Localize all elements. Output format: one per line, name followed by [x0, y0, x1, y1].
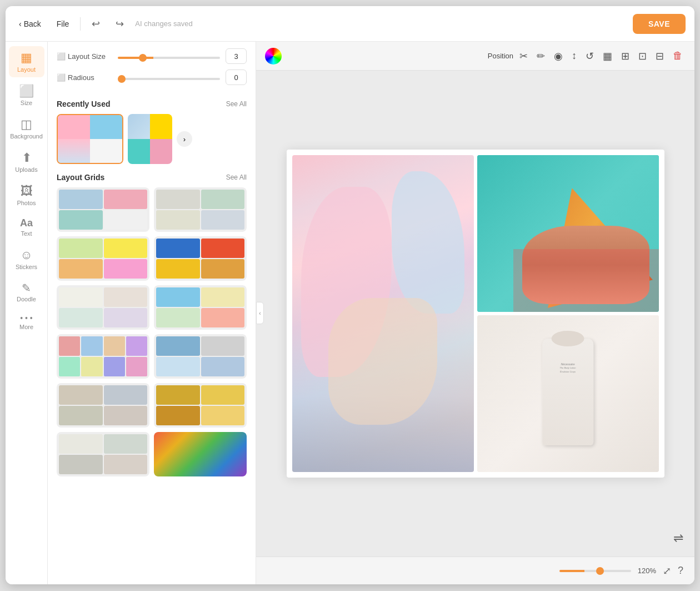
flip-tool-button[interactable]: ↕ — [569, 47, 579, 64]
grid-tool-button[interactable]: ▦ — [600, 47, 615, 65]
undo-button[interactable]: ↩ — [87, 14, 104, 33]
sidebar-item-photos[interactable]: 🖼 Photos — [9, 180, 44, 211]
header-divider — [80, 17, 81, 31]
sidebar-item-background[interactable]: ◫ Background — [9, 113, 44, 144]
size-icon: ⬜ — [19, 84, 34, 98]
shuffle-button[interactable]: ⇌ — [673, 531, 683, 545]
sidebar-item-more[interactable]: • • • More — [9, 309, 44, 335]
filter-tool-button[interactable]: ◉ — [551, 47, 566, 65]
layout-grid-thumb-12[interactable] — [154, 432, 247, 476]
recently-used-next-arrow[interactable]: › — [177, 131, 192, 147]
color-wheel-button[interactable] — [265, 48, 282, 64]
top-toolbar-right: Position ✂ ✏ ◉ ↕ ↺ ▦ ⊞ ⊡ ⊟ 🗑 — [488, 47, 686, 65]
canvas-frame: NécessaireThe Body LotionÉmulsion Corps — [287, 150, 664, 478]
fullscreen-button[interactable]: ⤢ — [663, 565, 671, 577]
header-left: ‹ Back File ↩ ↪ AI changes saved — [14, 14, 193, 33]
thumb-cell — [128, 139, 150, 164]
radious-slider-container — [118, 72, 220, 82]
layer-tool-button[interactable]: ⊡ — [636, 47, 649, 65]
sidebar-item-uploads[interactable]: ⬆ Uploads — [9, 146, 44, 177]
recently-used-thumb-2[interactable] — [128, 114, 172, 164]
left-panel: ⬜ Layout Size ⬜ Radious — [48, 42, 256, 584]
layout-size-slider[interactable] — [118, 57, 220, 59]
radious-value[interactable] — [226, 69, 247, 85]
radious-slider[interactable] — [118, 78, 220, 80]
back-label: Back — [24, 19, 41, 28]
left-panel-wrapper: ⬜ Layout Size ⬜ Radious — [48, 42, 256, 584]
file-label: File — [57, 19, 69, 28]
layout-grid-thumb-5[interactable] — [57, 285, 149, 330]
layout-grids-header: Layout Grids See All — [57, 173, 247, 182]
layout-grid-thumb-2[interactable] — [154, 187, 247, 232]
position-label: Position — [488, 52, 513, 60]
canvas-content: NécessaireThe Body LotionÉmulsion Corps … — [256, 71, 694, 557]
recently-used-header: Recently Used See All — [57, 100, 247, 108]
layout-grid-thumb-11[interactable] — [57, 432, 149, 476]
rotate-tool-button[interactable]: ↺ — [583, 47, 597, 65]
thumb-cell — [150, 114, 172, 139]
canvas-cell-product[interactable]: NécessaireThe Body LotionÉmulsion Corps — [477, 315, 659, 472]
photos-icon: 🖼 — [21, 184, 33, 198]
canvas-cell-chips[interactable] — [477, 155, 659, 312]
zoom-slider-container — [559, 570, 631, 572]
save-button[interactable]: SAVE — [633, 14, 686, 34]
layout-grid-thumb-8[interactable] — [154, 334, 247, 379]
photos-label: Photos — [17, 200, 36, 206]
sidebar-item-doodle[interactable]: ✎ Doodle — [9, 277, 44, 307]
crop-tool-button[interactable]: ✂ — [517, 47, 531, 65]
layout-grids-title: Layout Grids — [57, 173, 104, 182]
layout-size-row: ⬜ Layout Size — [57, 48, 247, 64]
copy-tool-button[interactable]: ⊟ — [653, 47, 667, 65]
thumb-cell — [58, 115, 90, 139]
layout-size-value[interactable] — [226, 48, 247, 64]
zoom-slider[interactable] — [559, 570, 631, 572]
canvas-cell-woman[interactable] — [292, 155, 474, 472]
layout-grid-thumb-6[interactable] — [154, 285, 247, 330]
radious-label: Radious — [68, 73, 94, 82]
top-toolbar: Position ✂ ✏ ◉ ↕ ↺ ▦ ⊞ ⊡ ⊟ 🗑 — [256, 42, 694, 71]
more-icon: • • • — [20, 314, 32, 322]
thumb-cell — [90, 139, 122, 163]
more-label: More — [19, 324, 33, 330]
radious-row: ⬜ Radious — [57, 69, 247, 85]
recently-used-list: › — [57, 114, 247, 164]
zoom-label: 120% — [638, 567, 656, 575]
layout-grid-thumb-3[interactable] — [57, 236, 149, 281]
thumb-cell — [90, 115, 122, 139]
back-chevron-icon: ‹ — [19, 19, 22, 28]
background-icon: ◫ — [21, 117, 32, 132]
sidebar-item-stickers[interactable]: ☺ Stickers — [9, 244, 44, 275]
layout-size-section: ⬜ Layout Size ⬜ Radious — [57, 48, 247, 91]
canvas-area: Position ✂ ✏ ◉ ↕ ↺ ▦ ⊞ ⊡ ⊟ 🗑 — [256, 42, 694, 584]
layout-grid-thumb-4[interactable] — [154, 236, 247, 281]
layout-label: Layout — [17, 66, 36, 73]
layout-grid-thumb-1[interactable] — [57, 187, 149, 232]
size-label: Size — [21, 100, 32, 106]
back-button[interactable]: ‹ Back — [14, 16, 46, 32]
sidebar-item-layout[interactable]: ▦ Layout — [9, 46, 44, 77]
layout-grid-thumb-10[interactable] — [154, 383, 247, 428]
panel-collapse-button[interactable]: ‹ — [256, 302, 264, 324]
recently-used-see-all[interactable]: See All — [226, 100, 247, 108]
layout-size-label-container: ⬜ Layout Size — [57, 52, 112, 61]
delete-tool-button[interactable]: 🗑 — [670, 47, 686, 64]
thumb-cell — [58, 139, 90, 163]
sidebar-icons: ▦ Layout ⬜ Size ◫ Background ⬆ Uploads 🖼… — [6, 42, 48, 584]
help-button[interactable]: ? — [678, 565, 683, 577]
layout-grids-see-all[interactable]: See All — [226, 173, 247, 181]
layout-grid-thumb-7[interactable] — [57, 334, 149, 379]
sidebar-item-size[interactable]: ⬜ Size — [9, 80, 44, 111]
layout-grid-thumb-9[interactable] — [57, 383, 149, 428]
recently-used-thumb-1[interactable] — [57, 114, 123, 164]
main-content: ▦ Layout ⬜ Size ◫ Background ⬆ Uploads 🖼… — [6, 42, 694, 584]
recently-used-section: Recently Used See All — [57, 100, 247, 164]
sidebar-item-text[interactable]: Aa Text — [9, 213, 44, 241]
redo-button[interactable]: ↪ — [111, 14, 128, 33]
recently-used-title: Recently Used — [57, 100, 110, 108]
edit-tool-button[interactable]: ✏ — [534, 47, 548, 65]
file-button[interactable]: File — [52, 16, 74, 32]
stickers-icon: ☺ — [20, 248, 32, 262]
text-label: Text — [21, 230, 32, 237]
header: ‹ Back File ↩ ↪ AI changes saved SAVE — [6, 6, 694, 42]
frame-tool-button[interactable]: ⊞ — [618, 47, 632, 65]
